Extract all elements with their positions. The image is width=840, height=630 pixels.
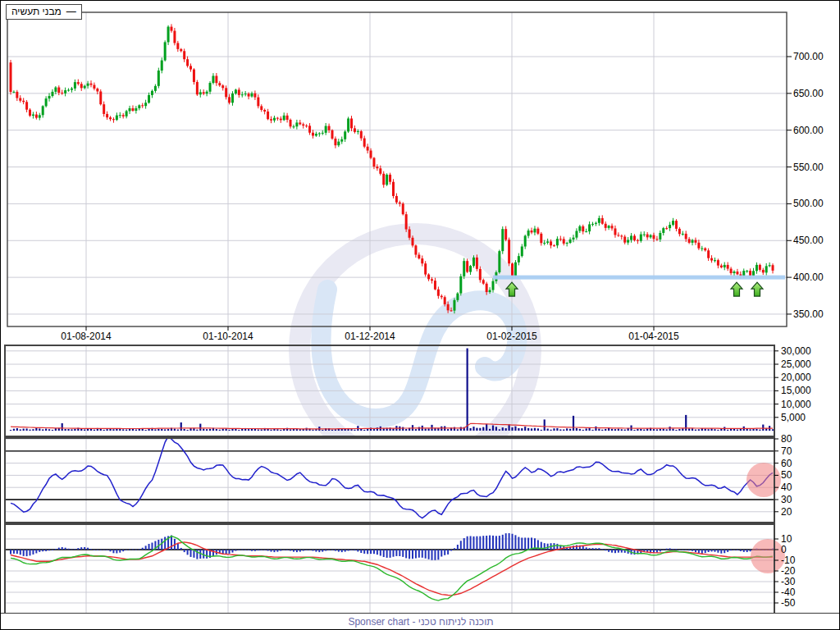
axis-tick-label: -20	[781, 565, 796, 577]
footer-bar: Sponser chart - תוכנה לניתוח טכני	[1, 613, 840, 629]
date-tick-label: 01-04-2015	[628, 331, 679, 342]
rsi-line	[5, 436, 774, 518]
legend-box[interactable]: מבני תעשיה —	[6, 4, 82, 20]
axis-tick-label: 30	[781, 494, 792, 505]
chart-canvas[interactable]: 700.00650.00600.00550.00500.00450.00400.…	[1, 1, 840, 630]
highlight-circle	[751, 539, 785, 573]
macd-lines	[11, 536, 773, 601]
axis-tick-label: 700.00	[793, 51, 824, 62]
support-line	[493, 276, 785, 280]
axis-tick-label: 40	[781, 482, 792, 493]
axis-tick-label: 60	[781, 458, 792, 469]
axis-tick-label: 0	[781, 544, 787, 555]
highlight-circle	[746, 463, 781, 497]
axis-tick-label: 80	[781, 433, 792, 445]
legend-line-sample: —	[66, 6, 76, 17]
axis-tick-label: -30	[781, 576, 796, 587]
up-arrow-icon	[731, 282, 742, 296]
axis-tick-label: 650.00	[793, 88, 824, 99]
highlight-circles	[746, 463, 785, 573]
axis-tick-label: 50	[781, 469, 792, 481]
axis-tick-label: -10	[781, 555, 796, 566]
buy-arrow-annotations	[506, 282, 763, 296]
axis-tick-label: 20	[781, 506, 792, 518]
axis-tick-label: 10,000	[781, 399, 811, 410]
macd-signal-line	[11, 542, 773, 596]
date-tick-label: 01-02-2015	[486, 331, 537, 342]
date-tick-label: 01-10-2014	[203, 331, 253, 342]
axis-tick-label: 20,000	[781, 372, 811, 383]
legend-series-label: מבני תעשיה	[11, 6, 62, 17]
axis-tick-label: 550.00	[793, 162, 824, 173]
candlestick-series	[10, 24, 774, 313]
axis-tick-label: 10	[781, 533, 792, 545]
axis-tick-label: 600.00	[793, 125, 824, 136]
macd-main-line	[11, 536, 773, 601]
date-tick-label: 01-12-2014	[345, 331, 395, 342]
axis-tick-label: 5,000	[781, 412, 806, 423]
axis-tick-label: 30,000	[781, 345, 811, 357]
panel-borders	[1, 12, 840, 614]
axis-tick-label: 15,000	[781, 385, 811, 396]
axis-tick-label: 70	[781, 445, 792, 457]
axis-tick-label: 450.00	[793, 235, 824, 246]
up-arrow-icon	[751, 282, 763, 296]
macd-histogram	[5, 533, 774, 560]
axis-tick-label: -40	[781, 587, 796, 598]
footer-text: Sponser chart - תוכנה לניתוח טכני	[348, 616, 493, 628]
axis-tick-label: 350.00	[793, 308, 824, 320]
axis-tick-label: 500.00	[793, 198, 824, 209]
chart-page: 700.00650.00600.00550.00500.00450.00400.…	[0, 0, 840, 630]
axis-tick-label: 400.00	[793, 272, 824, 283]
axis-tick-label: -50	[781, 597, 796, 609]
date-tick-label: 01-08-2014	[61, 331, 112, 342]
axis-tick-label: 25,000	[781, 358, 811, 370]
